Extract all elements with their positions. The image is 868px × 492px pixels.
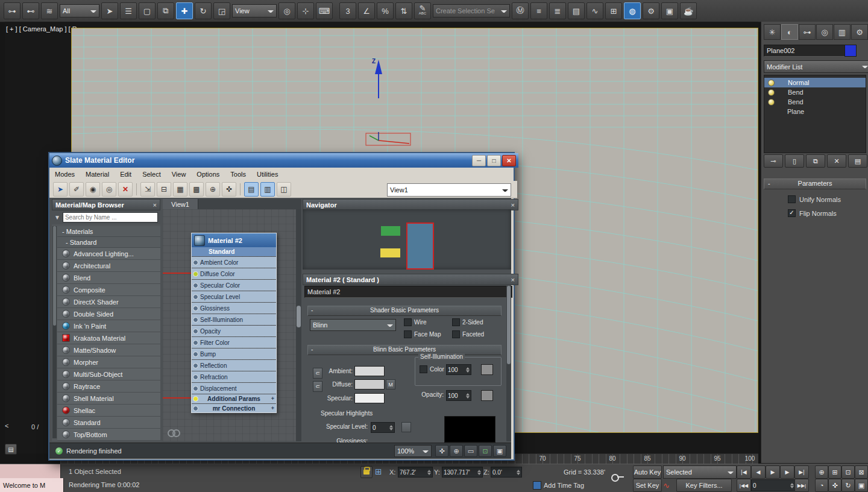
parameter-panel-header[interactable]: Material #2 ( Standard ) × (303, 274, 518, 285)
node-slot[interactable]: Opacity (192, 326, 276, 336)
specular-color-swatch[interactable] (354, 393, 385, 403)
put-to-library-icon[interactable]: ◉ (86, 182, 100, 197)
previous-frame-button[interactable]: ◀ (751, 465, 766, 479)
node-slot[interactable]: Diffuse Color (192, 268, 276, 279)
input-socket-icon[interactable] (193, 271, 198, 277)
zoom-region-icon[interactable]: ▭ (464, 445, 477, 457)
blinn-basic-parameters-rollout[interactable]: - Blinn Basic Parameters (307, 345, 502, 355)
zoom-icon[interactable]: ⊕ (815, 465, 828, 479)
spinner-arrows-icon[interactable] (517, 468, 520, 477)
timeslider-left-arrow[interactable]: < (5, 422, 8, 429)
start-frame-button[interactable]: |◀◀ (737, 479, 751, 492)
node-slot[interactable]: Self-Illumination (192, 314, 276, 325)
layer-manager-icon[interactable]: ≣ (549, 2, 566, 19)
scrollbar-thumb[interactable] (53, 226, 56, 326)
face-map-checkbox[interactable] (404, 330, 412, 338)
browser-group-materials[interactable]: - Materials (57, 226, 160, 237)
motion-tab-icon[interactable]: ◎ (816, 24, 833, 40)
object-color-swatch[interactable] (844, 45, 857, 57)
additional-params-row[interactable]: Additional Params + (192, 394, 276, 403)
list-item[interactable]: Blend (57, 272, 160, 284)
rollout-collapse-icon[interactable]: - (311, 306, 313, 315)
hierarchy-tab-icon[interactable]: ⊶ (799, 24, 816, 40)
time-tag-icon[interactable] (533, 481, 541, 490)
input-socket-icon[interactable] (193, 329, 198, 334)
spinner-arrows-icon[interactable] (466, 365, 470, 374)
menu-edit[interactable]: Edit (115, 168, 137, 181)
keyboard-override-icon[interactable]: ⌨ (316, 2, 333, 19)
select-and-manipulate-icon[interactable]: ⊹ (297, 2, 314, 19)
list-item[interactable]: Morpher (57, 356, 160, 368)
render-production-icon[interactable]: ☕ (680, 2, 697, 19)
window-titlebar[interactable]: Slate Material Editor ─ □ ✕ (49, 153, 518, 168)
key-curve-icon[interactable]: ∿ (663, 481, 670, 490)
schematic-view-icon[interactable]: ⊞ (605, 2, 622, 19)
search-input[interactable] (63, 212, 158, 222)
diffuse-color-swatch[interactable] (354, 379, 385, 390)
select-and-move-icon[interactable]: ✚ (176, 2, 193, 19)
set-key-button[interactable]: Set Key (633, 479, 662, 492)
diffuse-wire[interactable] (163, 273, 193, 274)
input-socket-icon[interactable] (193, 260, 198, 265)
show-end-result-icon[interactable]: ◎ (102, 182, 116, 197)
opacity-swatch[interactable] (481, 390, 493, 401)
show-end-result-icon[interactable]: ▯ (785, 154, 804, 168)
self-illum-color-checkbox[interactable] (420, 365, 427, 373)
key-mode-dropdown[interactable]: Selected (663, 465, 737, 479)
delete-selected-icon[interactable]: ✕ (118, 182, 133, 197)
list-item[interactable]: Shell Material (57, 393, 160, 405)
play-button[interactable]: ▶ (766, 465, 780, 479)
list-item[interactable]: Ink 'n Paint (57, 320, 160, 332)
view-scrollbar[interactable] (296, 209, 301, 441)
zoom-all-icon[interactable]: ⊞ (828, 465, 841, 479)
current-frame-field[interactable]: 0 (751, 479, 796, 491)
select-and-link-icon[interactable]: ⊶ (4, 2, 20, 19)
browser-header[interactable]: Material/Map Browser × (52, 199, 160, 210)
expand-icon[interactable]: + (271, 396, 274, 402)
layout-all-icon[interactable]: ▤ (244, 182, 259, 197)
field-of-view-icon[interactable]: ◔ (815, 479, 828, 492)
zoom-level-dropdown[interactable]: 100% (394, 445, 432, 457)
modifier-stack-row[interactable]: Bend (764, 97, 866, 107)
shader-basic-parameters-rollout[interactable]: - Shader Basic Parameters (307, 306, 502, 316)
close-icon[interactable]: × (511, 276, 515, 283)
spinner-arrows-icon[interactable] (427, 468, 431, 477)
window-crossing-icon[interactable]: ⧉ (157, 2, 174, 19)
render-setup-icon[interactable]: ⚙ (643, 2, 659, 19)
rollout-collapse-icon[interactable]: - (311, 345, 313, 354)
set-keys-icon[interactable] (611, 474, 619, 482)
self-illum-swatch[interactable] (481, 364, 493, 375)
mr-connection-row[interactable]: mr Connection + (192, 404, 276, 412)
self-illum-spinner[interactable]: 100 (446, 364, 471, 375)
node-slot[interactable]: Bump (192, 348, 276, 359)
select-by-name-icon[interactable]: ☰ (120, 2, 137, 19)
input-socket-icon[interactable] (193, 294, 198, 300)
input-socket-icon[interactable] (193, 352, 198, 357)
percent-snap-icon[interactable]: % (377, 2, 394, 19)
rollout-collapse-icon[interactable]: - (768, 179, 770, 188)
input-socket-icon[interactable] (193, 283, 198, 288)
show-shaded-material-icon[interactable]: ▦ (173, 182, 187, 197)
node-slot[interactable]: Displacement (192, 383, 276, 394)
make-unique-icon[interactable]: ⧉ (806, 154, 825, 168)
list-item[interactable]: Advanced Lighting... (57, 248, 160, 260)
object-name-field[interactable]: Plane002 (764, 45, 848, 57)
two-sided-checkbox[interactable] (452, 318, 460, 326)
material-preview-icon[interactable]: ◫ (277, 182, 291, 197)
modifier-list-dropdown[interactable]: Modifier List (764, 60, 868, 73)
curve-editor-icon[interactable]: ∿ (587, 2, 603, 19)
select-tool-icon[interactable]: ➤ (53, 182, 68, 197)
absolute-mode-icon[interactable]: ⊞ (375, 467, 382, 476)
material-name-field[interactable]: Material #2 (304, 286, 512, 298)
menu-material[interactable]: Material (80, 168, 115, 181)
pan-tool-icon[interactable]: ✜ (222, 182, 236, 197)
modifier-stack-row[interactable]: Bend (764, 87, 866, 97)
zoom-view-icon[interactable]: ⊕ (450, 445, 463, 457)
selection-lock-button[interactable] (360, 466, 373, 478)
scrollbar-thumb[interactable] (297, 306, 301, 327)
browser-group-standard[interactable]: - Standard (57, 237, 160, 248)
menu-tools[interactable]: Tools (225, 168, 251, 181)
specular-level-spinner[interactable]: 0 (371, 422, 395, 433)
flip-normals-checkbox[interactable]: ✓ (788, 209, 796, 217)
maxscript-listener-top[interactable] (0, 464, 61, 478)
